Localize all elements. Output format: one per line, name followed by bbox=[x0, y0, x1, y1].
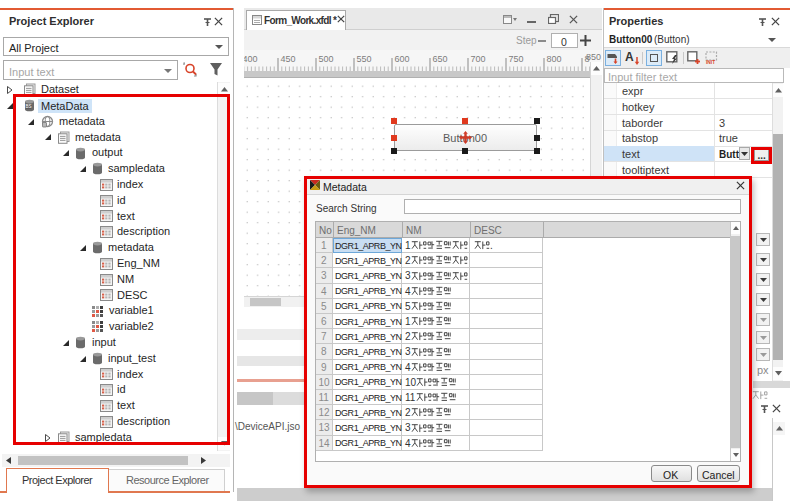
svg-text:650: 650 bbox=[433, 54, 448, 64]
svg-text:450: 450 bbox=[281, 54, 296, 64]
svg-text:700: 700 bbox=[471, 54, 486, 64]
svg-text:400: 400 bbox=[244, 54, 258, 64]
svg-text:500: 500 bbox=[319, 54, 334, 64]
svg-text:INIT: INIT bbox=[706, 60, 715, 65]
svg-text:800: 800 bbox=[547, 54, 562, 64]
svg-text:550: 550 bbox=[357, 54, 372, 64]
svg-text:600: 600 bbox=[395, 54, 410, 64]
svg-text:750: 750 bbox=[509, 54, 524, 64]
